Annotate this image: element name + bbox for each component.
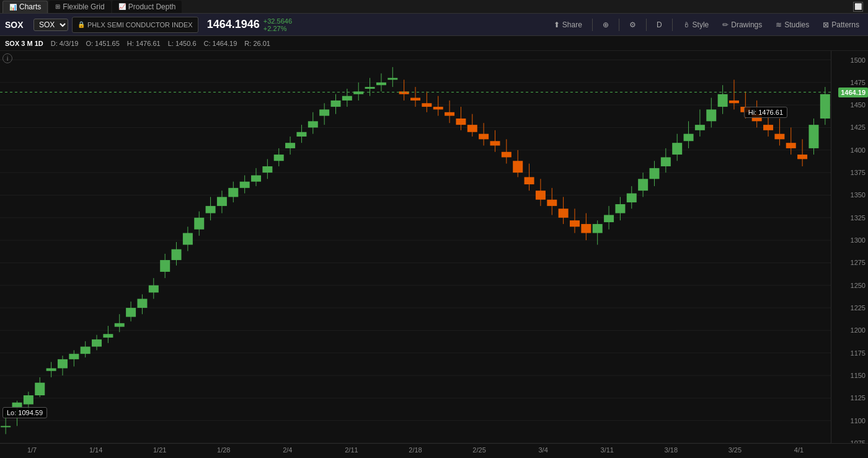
date-label-2-4: 2/4 [283,446,292,454]
price-label-1100: 1100 [851,417,866,424]
tab-product-depth[interactable]: 📈 Product Depth [112,1,182,13]
lo-label: Lo: 1094.59 [7,409,43,416]
crosshair-tool[interactable]: ⊕ [599,19,613,30]
price-change-display: +32.5646 +2.27% [264,17,292,32]
share-icon: ⬆ [554,20,560,29]
current-price-badge: 1464.19 [838,88,868,97]
price-label-1400: 1400 [851,146,866,154]
candle-icon: 🕯 [683,20,690,29]
crosshair-icon: ⊕ [603,20,609,29]
price-change-pct: +2.27% [264,25,292,32]
lock-icon: 🔒 [78,21,85,28]
charts-icon: 📊 [9,4,17,11]
price-main: 1464.1946 [207,18,260,31]
tab-flexible-grid[interactable]: ⊞ Flexible Grid [49,1,110,13]
price-label-1500: 1500 [851,56,866,64]
price-label-1175: 1175 [851,349,866,357]
share-label: Share [562,20,582,29]
price-label-1325: 1325 [851,214,866,222]
chart-open: O: 1451.65 [86,40,119,47]
lo-tooltip: Lo: 1094.59 [2,407,47,418]
date-axis: 1/71/141/211/282/42/112/182/253/43/113/1… [0,443,868,458]
maximize-button[interactable]: ⬜ [853,2,863,12]
hi-tooltip: Hi: 1476.61 [744,107,787,118]
price-display: 1464.1946 [207,18,260,31]
chart-low: L: 1450.6 [168,40,197,47]
chart-range: R: 26.01 [244,40,270,47]
period-label: D [657,20,662,29]
sep1 [592,19,593,31]
price-label-1200: 1200 [851,326,866,334]
info-icon[interactable]: i [2,53,12,63]
sep3 [646,19,647,31]
price-label-1300: 1300 [851,236,866,244]
patterns-icon: ⊠ [823,20,829,29]
settings-button[interactable]: ⚙ [626,19,640,30]
date-label-1-21: 1/21 [153,446,166,454]
price-label-1375: 1375 [851,169,866,176]
style-button[interactable]: 🕯 Style [679,19,713,30]
date-label-3-25: 3/25 [728,446,742,454]
patterns-label: Patterns [831,20,859,29]
flexible-grid-icon: ⊞ [55,3,60,10]
price-label-1125: 1125 [851,394,866,402]
date-label-2-18: 2/18 [409,446,422,454]
tab-flexible-grid-label: Flexible Grid [63,2,104,11]
price-label-1475: 1475 [851,79,866,86]
product-depth-icon: 📈 [118,3,126,10]
drawings-label: Drawings [731,20,762,29]
gear-icon: ⚙ [629,20,636,29]
chart-close: C: 1464.19 [204,40,237,47]
style-label: Style [693,20,709,29]
hi-label: Hi: 1476.61 [748,109,783,116]
date-label-1-28: 1/28 [217,446,230,454]
date-label-1-7: 1/7 [27,446,37,454]
chart-date: D: 4/3/19 [51,40,79,47]
price-label-1250: 1250 [851,282,866,289]
price-axis: 1075110011251150117512001225125012751300… [831,51,868,443]
drawings-button[interactable]: ✏ Drawings [719,19,766,30]
studies-label: Studies [784,20,809,29]
date-label-1-14: 1/14 [89,446,102,454]
chart-canvas[interactable] [0,51,831,443]
date-label-3-18: 3/18 [665,446,678,454]
date-label-2-11: 2/11 [345,446,358,454]
share-button[interactable]: ⬆ Share [550,19,586,30]
tab-charts[interactable]: 📊 Charts [2,1,48,13]
symbol-dropdown[interactable]: SOX [33,19,68,31]
symbol-name-display[interactable]: 🔒 PHLX SEMI CONDUCTOR INDEX [72,17,198,33]
pencil-icon: ✏ [722,20,728,29]
patterns-button[interactable]: ⊠ Patterns [819,19,863,30]
date-label-3-4: 3/4 [538,446,547,454]
date-label-4-1: 4/1 [794,446,804,454]
symbol-ticker: SOX [5,20,30,30]
price-change-value: +32.5646 [264,17,292,25]
chart-timeframe-label: SOX 3 M 1D [5,40,43,47]
studies-icon: ≋ [776,20,782,29]
period-button[interactable]: D [653,19,666,30]
price-label-1450: 1450 [851,101,866,109]
price-label-1425: 1425 [851,123,866,131]
tab-product-depth-label: Product Depth [128,2,176,11]
sep4 [672,19,673,31]
price-label-1275: 1275 [851,259,866,266]
price-label-1150: 1150 [851,372,866,379]
chart-high: H: 1476.61 [127,40,161,47]
price-label-1225: 1225 [851,304,866,312]
date-label-3-11: 3/11 [601,446,614,454]
sep2 [619,19,619,31]
symbol-full-name: PHLX SEMI CONDUCTOR INDEX [87,21,193,29]
price-label-1350: 1350 [851,191,866,199]
studies-button[interactable]: ≋ Studies [772,19,813,30]
tab-charts-label: Charts [19,2,41,11]
date-label-2-25: 2/25 [472,446,485,454]
